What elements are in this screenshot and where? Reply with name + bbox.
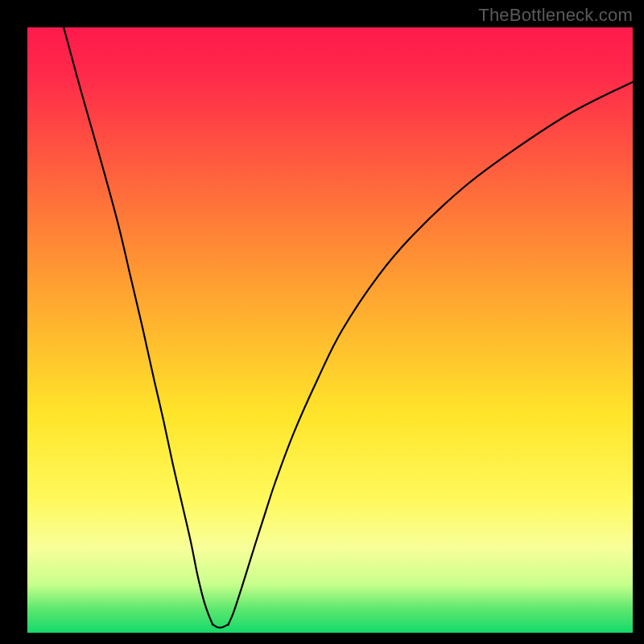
chart-frame: TheBottleneck.com [0,0,644,644]
watermark-text: TheBottleneck.com [478,5,633,26]
plot-area [27,27,633,633]
curve-layer [27,27,633,633]
bottleneck-curve [64,27,633,628]
curve-group [64,27,633,628]
